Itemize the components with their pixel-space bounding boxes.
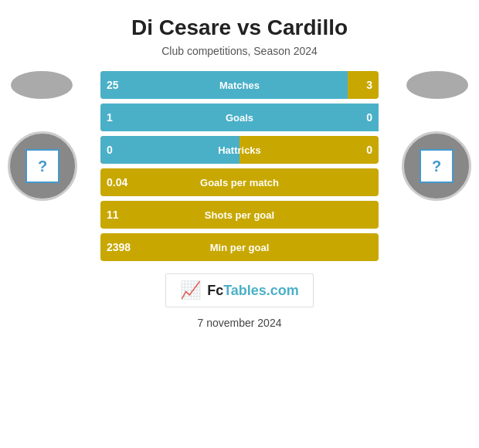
date-label: 7 november 2024 xyxy=(198,317,282,329)
stat-left-value-0: 25 xyxy=(107,79,119,91)
stat-label-5: Min per goal xyxy=(210,242,270,253)
right-avatar: ? xyxy=(402,131,471,201)
left-ellipse xyxy=(11,71,73,99)
bars-container: 25Matches31Goals00Hattricks00.04Goals pe… xyxy=(100,71,379,261)
right-avatar-icon: ? xyxy=(420,149,454,183)
stat-label-4: Shots per goal xyxy=(205,209,274,221)
stat-label-2: Hattricks xyxy=(218,144,261,156)
stats-area: ? ? 25Matches31Goals00Hattricks00.04Goal… xyxy=(0,71,479,261)
stat-row-0: 25Matches3 xyxy=(100,71,379,99)
stat-right-value-0: 3 xyxy=(366,79,372,91)
page-title: Di Cesare vs Cardillo xyxy=(131,15,348,40)
stat-row-4: 11Shots per goal xyxy=(100,201,379,229)
main-container: Di Cesare vs Cardillo Club competitions,… xyxy=(0,0,479,448)
left-avatar: ? xyxy=(8,131,77,201)
stat-row-2: 0Hattricks0 xyxy=(100,136,379,164)
stat-right-value-1: 0 xyxy=(366,111,372,124)
stat-row-5: 2398Min per goal xyxy=(100,233,379,261)
stat-row-1: 1Goals0 xyxy=(100,104,379,131)
stat-left-value-4: 11 xyxy=(107,209,119,221)
stat-label-3: Goals per match xyxy=(200,177,279,188)
stat-label-0: Matches xyxy=(219,80,260,91)
stat-left-value-2: 0 xyxy=(107,144,113,156)
right-ellipse xyxy=(406,71,468,99)
stat-right-value-2: 0 xyxy=(366,144,372,156)
stat-left-value-3: 0.04 xyxy=(107,176,127,188)
logo-box: 📈 FcTables.com xyxy=(165,273,314,307)
stat-left-value-5: 2398 xyxy=(107,241,131,253)
page-subtitle: Club competitions, Season 2024 xyxy=(161,45,318,57)
stat-left-value-1: 1 xyxy=(107,111,113,124)
stat-label-1: Goals xyxy=(226,112,253,124)
logo-icon: 📈 xyxy=(180,280,201,300)
stat-row-3: 0.04Goals per match xyxy=(100,168,379,196)
logo-text: FcTables.com xyxy=(207,283,299,299)
left-avatar-icon: ? xyxy=(25,149,59,183)
